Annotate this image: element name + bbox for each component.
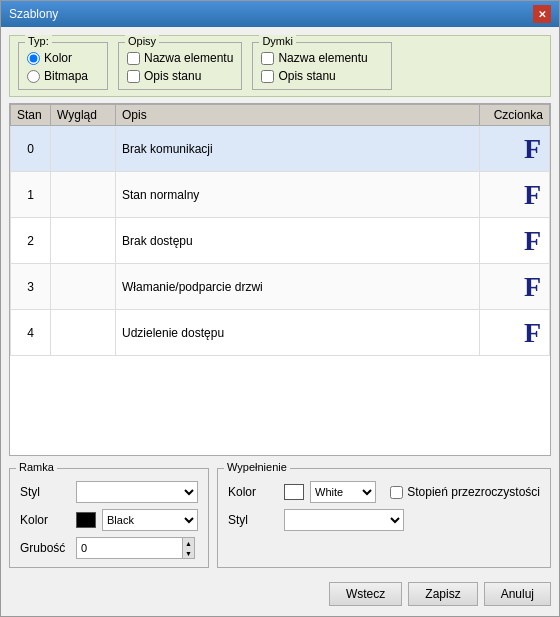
ramka-box: Ramka Styl Kolor Black Grubość bbox=[9, 468, 209, 568]
anuluj-button[interactable]: Anuluj bbox=[484, 582, 551, 606]
cell-stan: 1 bbox=[11, 172, 51, 218]
cell-opis: Włamanie/podparcie drzwi bbox=[116, 264, 480, 310]
grubosc-spin-up[interactable]: ▲ bbox=[183, 538, 194, 548]
cell-czcionka: F bbox=[480, 218, 550, 264]
col-czcionka: Czcionka bbox=[480, 105, 550, 126]
close-button[interactable]: ✕ bbox=[533, 5, 551, 23]
table-row[interactable]: 0Brak komunikacjiF bbox=[11, 126, 550, 172]
dymki-nazwa-item[interactable]: Nazwa elementu bbox=[261, 51, 383, 65]
zapisz-button[interactable]: Zapisz bbox=[408, 582, 477, 606]
col-opis: Opis bbox=[116, 105, 480, 126]
cell-wyglad bbox=[51, 310, 116, 356]
dymki-group: Dymki Nazwa elementu Opis stanu bbox=[252, 42, 392, 90]
typ-radio-group: Kolor Bitmapa bbox=[27, 51, 99, 83]
grubosc-input-wrap: ▲ ▼ bbox=[76, 537, 198, 559]
stopien-checkbox[interactable] bbox=[390, 486, 403, 499]
dymki-stan-item[interactable]: Opis stanu bbox=[261, 69, 383, 83]
title-bar: Szablony ✕ bbox=[1, 1, 559, 27]
dymki-stan-label: Opis stanu bbox=[278, 69, 335, 83]
cell-wyglad bbox=[51, 264, 116, 310]
font-icon: F bbox=[524, 179, 541, 210]
opisy-nazwa-item[interactable]: Nazwa elementu bbox=[127, 51, 233, 65]
font-icon: F bbox=[524, 317, 541, 348]
cell-opis: Stan normalny bbox=[116, 172, 480, 218]
grubosc-spin-down[interactable]: ▼ bbox=[183, 548, 194, 558]
cell-wyglad bbox=[51, 218, 116, 264]
ramka-kolor-preview bbox=[76, 512, 96, 528]
bitmapa-radio[interactable] bbox=[27, 70, 40, 83]
wyp-styl-row: Styl bbox=[228, 509, 540, 531]
ramka-kolor-select[interactable]: Black bbox=[102, 509, 198, 531]
typ-group: Typ: Kolor Bitmapa bbox=[18, 42, 108, 90]
cell-czcionka: F bbox=[480, 310, 550, 356]
stopien-label: Stopień przezroczystości bbox=[407, 485, 540, 499]
close-icon: ✕ bbox=[538, 9, 546, 20]
ramka-styl-label: Styl bbox=[20, 485, 70, 499]
window-title: Szablony bbox=[9, 7, 58, 21]
content-area: Typ: Kolor Bitmapa Opisy bbox=[1, 27, 559, 616]
opisy-stan-label: Opis stanu bbox=[144, 69, 201, 83]
grubosc-spin: ▲ ▼ bbox=[182, 537, 195, 559]
table-row[interactable]: 4Udzielenie dostępuF bbox=[11, 310, 550, 356]
ramka-styl-select[interactable] bbox=[76, 481, 198, 503]
cell-opis: Udzielenie dostępu bbox=[116, 310, 480, 356]
kolor-radio[interactable] bbox=[27, 52, 40, 65]
table-row[interactable]: 3Włamanie/podparcie drzwiF bbox=[11, 264, 550, 310]
dymki-stan-checkbox[interactable] bbox=[261, 70, 274, 83]
bottom-section: Ramka Styl Kolor Black Grubość bbox=[9, 462, 551, 572]
col-stan: Stan bbox=[11, 105, 51, 126]
ramka-grubosc-label: Grubość bbox=[20, 541, 70, 555]
table-body: 0Brak komunikacjiF1Stan normalnyF2Brak d… bbox=[11, 126, 550, 356]
cell-opis: Brak komunikacji bbox=[116, 126, 480, 172]
cell-wyglad bbox=[51, 126, 116, 172]
dymki-nazwa-label: Nazwa elementu bbox=[278, 51, 367, 65]
wypelnienie-box: Wypełnienie Kolor White Stopień przezroc… bbox=[217, 468, 551, 568]
ramka-styl-row: Styl bbox=[20, 481, 198, 503]
opisy-label: Opisy bbox=[125, 35, 159, 47]
wypelnienie-label: Wypełnienie bbox=[224, 461, 290, 473]
ramka-label: Ramka bbox=[16, 461, 57, 473]
states-table-container: Stan Wygląd Opis Czcionka 0Brak komunika… bbox=[9, 103, 551, 456]
buttons-row: Wstecz Zapisz Anuluj bbox=[9, 578, 551, 608]
wyp-kolor-preview bbox=[284, 484, 304, 500]
states-table: Stan Wygląd Opis Czcionka 0Brak komunika… bbox=[10, 104, 550, 356]
typ-label: Typ: bbox=[25, 35, 52, 47]
opisy-nazwa-checkbox[interactable] bbox=[127, 52, 140, 65]
wyp-styl-label: Styl bbox=[228, 513, 278, 527]
cell-opis: Brak dostępu bbox=[116, 218, 480, 264]
font-icon: F bbox=[524, 133, 541, 164]
ramka-kolor-label: Kolor bbox=[20, 513, 70, 527]
table-header-row: Stan Wygląd Opis Czcionka bbox=[11, 105, 550, 126]
font-icon: F bbox=[524, 225, 541, 256]
table-row[interactable]: 1Stan normalnyF bbox=[11, 172, 550, 218]
ramka-grubosc-input[interactable] bbox=[76, 537, 182, 559]
cell-stan: 0 bbox=[11, 126, 51, 172]
font-icon: F bbox=[524, 271, 541, 302]
opisy-nazwa-label: Nazwa elementu bbox=[144, 51, 233, 65]
table-row[interactable]: 2Brak dostępuF bbox=[11, 218, 550, 264]
cell-wyglad bbox=[51, 172, 116, 218]
dymki-label: Dymki bbox=[259, 35, 296, 47]
col-wyglad: Wygląd bbox=[51, 105, 116, 126]
dymki-nazwa-checkbox[interactable] bbox=[261, 52, 274, 65]
cell-stan: 4 bbox=[11, 310, 51, 356]
wyp-kolor-label: Kolor bbox=[228, 485, 278, 499]
wyp-styl-select[interactable] bbox=[284, 509, 404, 531]
main-window: Szablony ✕ Typ: Kolor Bitmapa bbox=[0, 0, 560, 617]
cell-stan: 2 bbox=[11, 218, 51, 264]
cell-czcionka: F bbox=[480, 172, 550, 218]
opisy-stan-checkbox[interactable] bbox=[127, 70, 140, 83]
opisy-checkboxes: Nazwa elementu Opis stanu bbox=[127, 51, 233, 83]
opisy-stan-item[interactable]: Opis stanu bbox=[127, 69, 233, 83]
cell-czcionka: F bbox=[480, 126, 550, 172]
kolor-radio-label: Kolor bbox=[44, 51, 72, 65]
kolor-radio-item[interactable]: Kolor bbox=[27, 51, 99, 65]
dymki-checkboxes: Nazwa elementu Opis stanu bbox=[261, 51, 383, 83]
stopien-item[interactable]: Stopień przezroczystości bbox=[390, 485, 540, 499]
ramka-grubosc-row: Grubość ▲ ▼ bbox=[20, 537, 198, 559]
cell-stan: 3 bbox=[11, 264, 51, 310]
bitmapa-radio-item[interactable]: Bitmapa bbox=[27, 69, 99, 83]
wyp-kolor-select[interactable]: White bbox=[310, 481, 376, 503]
wstecz-button[interactable]: Wstecz bbox=[329, 582, 402, 606]
bitmapa-radio-label: Bitmapa bbox=[44, 69, 88, 83]
